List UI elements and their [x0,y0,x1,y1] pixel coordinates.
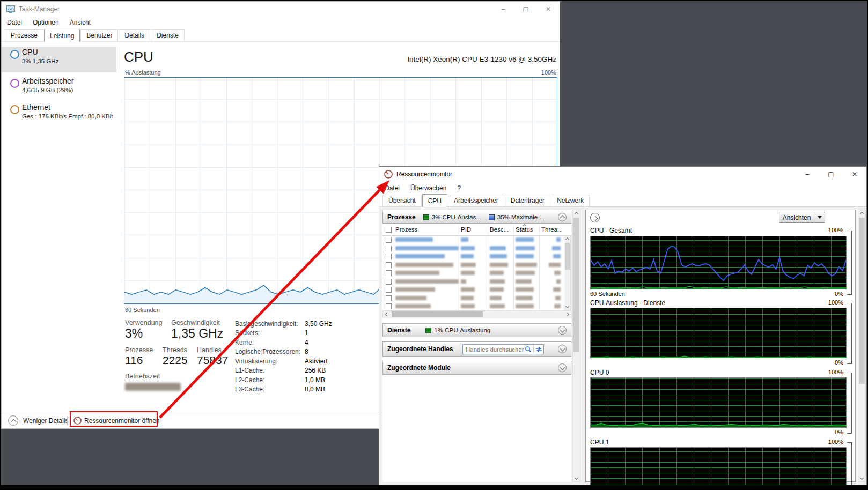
col-threa[interactable]: Threa... [541,226,563,233]
sidebar-item-arbeitsspeicher[interactable]: Arbeitsspeicher 4,6/15,9 GB (29%) [2,76,116,101]
menu-optionen[interactable]: Optionen [27,19,64,26]
annotation-highlight-box [70,411,158,427]
process-table-scrollbar[interactable] [564,235,571,310]
minimize-button[interactable]: – [796,167,819,182]
process-row[interactable] [382,277,571,286]
menu-datei[interactable]: Datei [379,184,405,192]
refresh-icon[interactable] [535,346,542,353]
menu-ueberwachen[interactable]: Überwachen [405,184,452,192]
search-icon[interactable] [525,346,532,353]
row-checkbox[interactable] [386,279,392,285]
views-button-label[interactable]: Ansichten [779,212,814,223]
tab-benutzer[interactable]: Benutzer [80,29,118,41]
row-checkbox[interactable] [386,246,392,251]
row-checkbox[interactable] [386,262,392,268]
handles-value: 75837 [197,354,228,367]
close-button[interactable]: ✕ [843,167,866,182]
views-button[interactable]: Ansichten [779,212,825,223]
scroll-up-icon[interactable] [573,210,580,217]
row-checkbox[interactable] [386,303,392,309]
col-prozess[interactable]: Prozess [395,226,418,233]
redacted [556,279,561,284]
redacted [490,254,507,258]
select-all-checkbox[interactable] [386,227,392,233]
task-manager-icon [6,5,15,13]
redacted [461,246,475,250]
close-button[interactable]: ✕ [537,2,560,17]
tab-cpu[interactable]: CPU [422,194,447,207]
task-manager-titlebar[interactable]: Task-Manager – ▢ ✕ [2,2,560,17]
tab-prozesse[interactable]: Prozesse [5,29,43,41]
maximize-button[interactable]: ▢ [514,2,537,17]
scroll-down-icon[interactable] [858,474,865,481]
right-pane-scrollbar[interactable] [858,210,866,482]
spec-label: L3-Cache: [235,385,305,393]
process-row[interactable] [382,302,571,310]
less-details-button[interactable]: Weniger Details [23,417,68,425]
tab-details[interactable]: Details [119,29,150,41]
collapse-pane-chevron-icon[interactable] [590,213,600,222]
sidebar-item-ethernet[interactable]: Ethernet Ges.: 176 KBit/s Empf.: 80,0 KB… [2,102,116,128]
scroll-right-icon[interactable] [563,311,571,318]
tab-netzwerk[interactable]: Netzwerk [551,195,590,206]
tab-arbeitsspeicher[interactable]: Arbeitsspeicher [448,195,504,206]
tab-dienste[interactable]: Dienste [151,29,185,41]
expand-chevron-icon[interactable] [558,345,567,353]
process-row[interactable] [382,285,571,294]
scroll-up-icon[interactable] [858,210,865,217]
left-pane-scrollbar[interactable] [572,210,580,482]
menu-datei[interactable]: Datei [2,19,27,26]
task-manager-title: Task-Manager [19,5,60,13]
process-row[interactable] [382,269,571,277]
resource-monitor-title: Ressourcenmonitor [396,170,452,178]
task-manager-tabs: Prozesse Leistung Benutzer Details Diens… [2,28,560,42]
scroll-up-icon[interactable] [564,236,570,243]
redacted [516,254,534,258]
process-row[interactable] [382,252,571,261]
row-checkbox[interactable] [386,270,392,276]
redacted [490,246,506,250]
processes-section-header[interactable]: Prozesse 3% CPU-Auslas... 35% Maximale .… [382,211,571,224]
expand-chevron-icon[interactable] [558,326,567,335]
row-checkbox[interactable] [386,287,392,293]
memory-ring-icon [10,79,19,88]
menu-help[interactable]: ? [452,184,466,192]
tab-leistung[interactable]: Leistung [44,29,80,42]
minimize-button[interactable]: – [492,2,514,17]
process-table-hscrollbar[interactable] [382,310,571,318]
redacted [516,279,532,284]
handles-search-input[interactable] [463,346,524,353]
maximize-button[interactable]: ▢ [819,167,843,182]
modules-section-header[interactable]: Zugeordnete Module [382,361,571,375]
collapse-chevron-icon[interactable] [558,213,567,221]
process-row[interactable] [382,261,571,269]
tab-datentraeger[interactable]: Datenträger [505,195,550,206]
spec-value: Aktiviert [305,358,328,365]
menu-ansicht[interactable]: Ansicht [64,19,96,26]
scroll-down-icon[interactable] [573,474,580,481]
row-checkbox[interactable] [386,295,392,301]
spec-label: L2-Cache: [235,376,305,384]
spec-label: Basisgeschwindigkeit: [235,320,305,328]
scroll-left-icon[interactable] [383,311,391,318]
col-pid[interactable]: PID [461,226,471,233]
row-checkbox[interactable] [386,237,392,243]
expand-chevron-icon[interactable] [558,363,567,372]
process-row[interactable] [382,235,571,244]
scroll-down-icon[interactable] [564,303,570,310]
sidebar-item-cpu[interactable]: CPU 3% 1,35 GHz [2,47,116,72]
services-section-header[interactable]: Dienste 1% CPU-Auslastung [382,323,571,337]
redacted [553,254,561,258]
tab-uebersicht[interactable]: Übersicht [382,195,422,206]
process-row[interactable] [382,244,571,253]
process-row[interactable] [382,294,571,302]
col-besc[interactable]: Besc... [490,226,509,233]
y-axis-label: % Auslastung [125,69,161,76]
row-checkbox[interactable] [386,254,392,259]
views-dropdown-arrow[interactable] [814,212,825,223]
footer-divider [67,416,68,426]
resource-monitor-titlebar[interactable]: Ressourcenmonitor – ▢ ✕ [379,167,866,182]
speed-label: Geschwindigkeit [171,319,220,326]
handles-section-header[interactable]: Zugeordnete Handles [382,341,571,357]
graph-min-label: 0% [590,359,843,366]
